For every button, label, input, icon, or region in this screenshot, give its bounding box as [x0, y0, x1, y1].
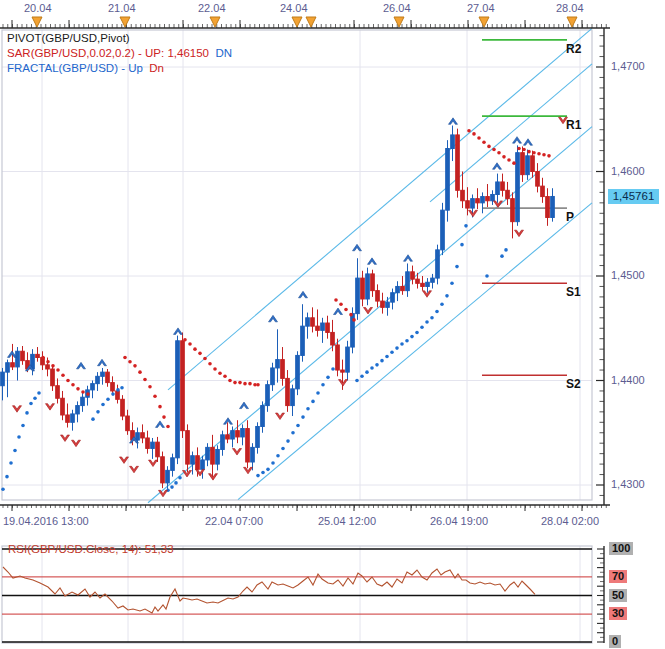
fractal-down-icon [233, 449, 242, 456]
fractal-down-icon [120, 457, 129, 464]
legend-fractal-dn: Dn [149, 62, 164, 74]
rsi-level-label-50: 50 [609, 589, 627, 602]
fractal-up-icon [98, 359, 107, 366]
pivot-label-R1: R1 [566, 118, 581, 132]
fractal-down-icon [13, 406, 22, 413]
price-axis [596, 28, 604, 505]
price-axis-label: 1,4500 [611, 269, 645, 281]
bottom-axis-time-label: 26.04 19:00 [430, 515, 488, 527]
fractal-down-icon [196, 469, 205, 476]
legend-fractal: FRACTAL(GBP/USD) - Up Dn [7, 61, 232, 76]
rsi-panel [2, 546, 604, 643]
legend-pivot: PIVOT(GBP/USD,Pivot) [7, 31, 232, 46]
fractal-up-icon [156, 421, 165, 428]
fractal-up-icon [299, 291, 308, 298]
fractal-up-icon [493, 163, 502, 170]
legend-sar-up: SAR(GBP/USD,0.02,0.2) - UP: 1,46150 [7, 47, 209, 59]
rsi-line [3, 567, 535, 613]
fractal-up-icon [513, 137, 522, 144]
fractal-up-icon [77, 362, 86, 369]
fractal-down-icon [149, 460, 158, 467]
pivot-label-R2: R2 [566, 42, 581, 56]
pivot-label-S1: S1 [566, 285, 581, 299]
fractal-up-icon [449, 118, 458, 125]
rsi-legend: RSI(GBP/USD.Close, 14): 51,33 [8, 543, 174, 555]
current-price-badge: 1,45761 [608, 189, 659, 204]
rsi-level-label-100: 100 [609, 542, 633, 555]
fractal-up-icon [524, 139, 533, 146]
bottom-axis-time-label: 22.04 07:00 [205, 515, 263, 527]
rsi-level-label-70: 70 [609, 570, 627, 583]
bottom-axis [0, 505, 610, 511]
top-axis-date-label: 20.04 [24, 2, 52, 14]
fractal-up-icon [334, 308, 343, 315]
fractal-down-icon [72, 440, 81, 447]
rsi-level-label-30: 30 [609, 607, 627, 620]
fractal-up-icon [174, 328, 183, 335]
legend-fractal-up: FRACTAL(GBP/USD) - Up [7, 62, 143, 74]
date-marker-icon [306, 17, 316, 27]
fractal-down-icon [61, 435, 70, 442]
price-axis-label: 1,4600 [611, 165, 645, 177]
fractal-up-icon [368, 258, 377, 265]
fractal-up-icon [240, 402, 249, 409]
fractal-down-icon [159, 490, 168, 497]
rsi-level-label-0: 0 [609, 635, 621, 648]
top-axis-date-label: 27.04 [467, 2, 495, 14]
top-axis-date-label: 21.04 [108, 2, 136, 14]
legend-sar: SAR(GBP/USD,0.02,0.2) - UP: 1,46150 DN [7, 46, 232, 61]
price-axis-label: 1,4300 [611, 478, 645, 490]
fractal-up-icon [269, 315, 278, 322]
pivot-label-S2: S2 [566, 377, 581, 391]
trading-chart-window: PIVOT(GBP/USD,Pivot) SAR(GBP/USD,0.02,0.… [0, 0, 665, 649]
bottom-axis-time-label: 19.04.2016 13:00 [3, 515, 89, 527]
fractal-down-icon [276, 413, 285, 420]
indicator-legend: PIVOT(GBP/USD,Pivot) SAR(GBP/USD,0.02,0.… [7, 31, 232, 76]
top-axis-date-label: 28.04 [556, 2, 584, 14]
price-axis-label: 1,4700 [611, 60, 645, 72]
sar-layer [1, 129, 551, 492]
candlestick-layer [1, 126, 555, 491]
date-marker-icon [292, 17, 302, 27]
legend-sar-dn: DN [215, 47, 232, 59]
fractal-down-icon [515, 230, 524, 237]
fractal-up-icon [404, 255, 413, 261]
date-marker-icon [32, 17, 42, 27]
fractal-down-icon [46, 404, 55, 411]
top-axis-date-label: 22.04 [198, 2, 226, 14]
fractal-down-icon [244, 467, 253, 474]
price-axis-label: 1,4400 [611, 374, 645, 386]
pivot-label-P: P [566, 210, 574, 224]
fractal-down-icon [130, 466, 139, 473]
bottom-axis-time-label: 28.04 02:00 [541, 515, 599, 527]
date-marker-icon [394, 17, 404, 27]
date-marker-icon [210, 17, 220, 27]
channel-lines-layer [148, 28, 592, 502]
top-axis-date-label: 26.04 [383, 2, 411, 14]
bottom-axis-time-label: 25.04 12:00 [318, 515, 376, 527]
top-axis [0, 17, 610, 28]
top-axis-date-label: 24.04 [280, 2, 308, 14]
